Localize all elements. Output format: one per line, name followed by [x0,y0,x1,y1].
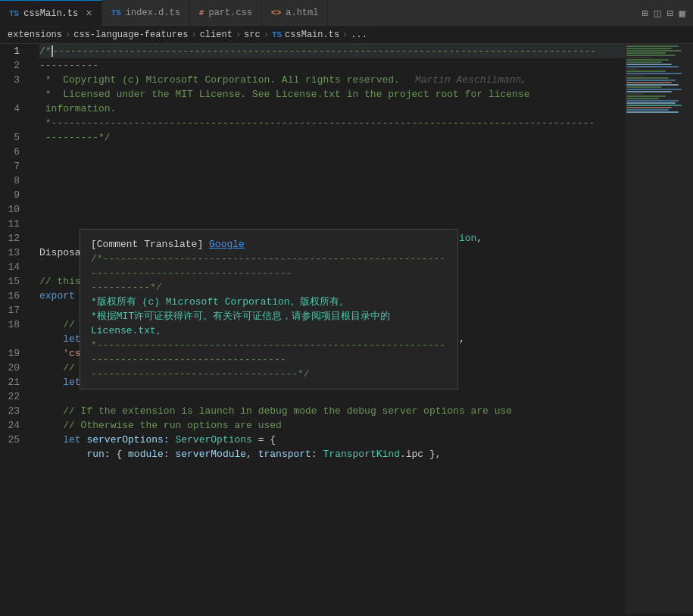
code-token: : [164,433,176,447]
code-line-23: // Otherwise the run options are used [39,418,625,433]
line-num-14: 14 [0,260,26,274]
tab-cssmain-label: cssMain.ts [23,8,78,19]
ts-icon: TS [9,9,19,18]
minimap-line [626,52,666,54]
tab-ahtml-label: a.html [286,8,318,18]
line-num-13: 13 [0,245,26,260]
code-line-4b: ---------*/ [39,130,625,145]
translate-popup-line-5: License.txt。 [91,324,447,338]
breadcrumb-filename[interactable]: cssMain.ts [285,30,339,40]
minimap-line [626,68,639,70]
line-num-6: 6 [0,145,26,159]
translate-popup-line-3: *版权所有 (c) Microsoft Corporation。版权所有。 [91,295,447,309]
translate-content: -----------------------------------*/ [91,368,310,380]
split-editor-icon[interactable]: ⊞ [641,7,648,20]
line-num-2: 2 [0,58,26,73]
tab-bar-actions: ⊞ ◫ ⊟ ▦ [641,7,693,20]
line-num-18b [0,332,26,346]
minimap-line [626,93,643,95]
code-token: module [128,447,164,461]
minimap-line [626,82,672,83]
minimap-line [626,70,666,72]
line-num-3: 3 [0,73,26,87]
code-token: let [63,332,80,346]
translate-content: *版权所有 (c) Microsoft Corporation。版权所有。 [91,296,349,308]
code-token: /* [39,44,52,58]
minimap-line [626,59,669,61]
translate-content: *---------------------------------------… [91,339,445,365]
minimap-line [626,95,666,97]
code-token: : { [105,447,128,461]
breadcrumb: extensions › css-language-features › cli… [0,27,693,44]
code-token: export [39,289,75,303]
code-token [39,317,63,332]
breadcrumb-extensions[interactable]: extensions [8,30,62,40]
layout-icon[interactable]: ▦ [679,7,685,20]
code-token: // Otherwise the run options are used [63,418,282,433]
code-token [39,418,63,433]
minimap-line [626,48,672,49]
line-num-15: 15 [0,274,26,289]
code-token [39,375,63,389]
translate-content: ----------*/ [91,282,162,293]
minimap-line [626,77,669,79]
more-icon[interactable]: ⊟ [666,7,673,20]
line-num-18: 18 [0,317,26,332]
line-num-10: 10 [0,202,26,217]
minimap-line [626,45,679,47]
minimap-line [626,66,679,67]
line-num-12: 12 [0,231,26,245]
line-num-19: 19 [0,346,26,361]
tab-close-cssmain[interactable]: × [86,8,92,20]
code-line-25: run: { module: serverModule, transport: … [39,447,625,461]
code-line-1b: ---------- [39,58,625,73]
code-token: let [63,433,80,447]
line-num-7: 7 [0,159,26,174]
line-num-8: 8 [0,174,26,188]
translate-popup: [Comment Translate] Google /*-----------… [80,229,458,389]
code-token: ----------------------------------------… [53,44,597,58]
code-line-21 [39,389,625,404]
minimap-line [626,61,662,63]
toggle-panel-icon[interactable]: ◫ [654,7,660,20]
code-token [39,332,63,346]
minimap-line [626,107,672,108]
translate-popup-header: [Comment Translate] [91,239,209,250]
code-token: ServerOptions [175,433,251,447]
minimap-line [626,105,682,106]
code-token: , [459,332,465,346]
tab-cssmain[interactable]: TS cssMain.ts × [0,0,102,26]
editor-container: 1 2 3 4 5 6 7 8 9 10 11 12 13 14 15 16 1… [0,44,693,614]
breadcrumb-css-language-features[interactable]: css-language-features [73,30,188,40]
code-token: ---------- [39,58,98,73]
line-num-5: 5 [0,130,26,145]
code-line-8 [39,188,625,202]
code-token: TransportKind [323,447,400,461]
minimap-line [626,50,682,52]
breadcrumb-sep-1: › [65,30,70,40]
code-token: = { [252,433,276,447]
line-numbers: 1 2 3 4 5 6 7 8 9 10 11 12 13 14 15 16 1… [0,44,32,614]
minimap-line [626,57,652,58]
translate-popup-link[interactable]: Google [209,239,245,250]
line-num-9: 9 [0,188,26,202]
line-num-25: 25 [0,433,26,447]
tab-indexd[interactable]: TS index.d.ts [102,0,190,26]
minimap-line [626,80,676,81]
tab-ahtml[interactable]: <> a.html [262,0,328,26]
code-line-9 [39,202,625,217]
code-area[interactable]: /*--------------------------------------… [32,44,625,614]
translate-popup-header-line: [Comment Translate] Google [91,237,447,252]
line-num-3b [0,87,26,102]
line-num-1: 1 [0,44,26,58]
tab-partcss[interactable]: # part.css [190,0,262,26]
minimap-line [626,111,679,113]
code-line-7 [39,174,625,188]
code-token: serverOptions [86,433,163,447]
code-line-24: let serverOptions: ServerOptions = { [39,433,625,447]
code-line-3b: information. [39,102,625,116]
breadcrumb-src[interactable]: src [244,30,261,40]
breadcrumb-client[interactable]: client [200,30,233,40]
code-token [39,404,63,418]
breadcrumb-ellipsis[interactable]: ... [351,30,367,40]
